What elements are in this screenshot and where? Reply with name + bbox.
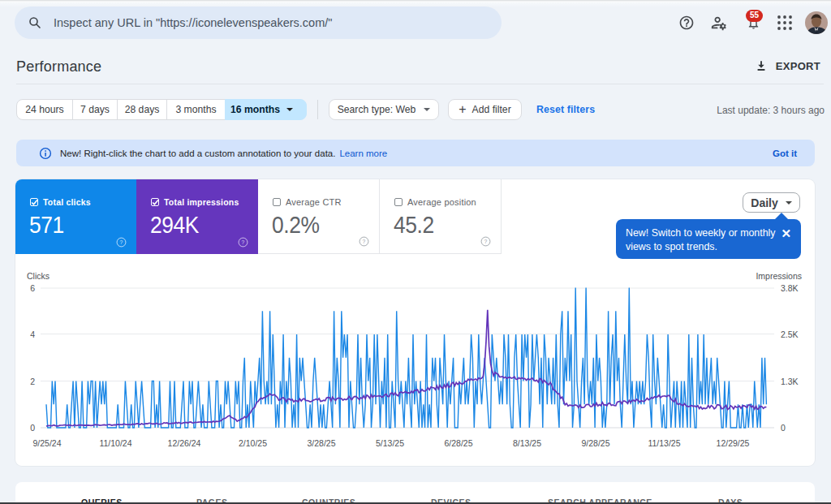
svg-text:?: ?: [484, 238, 488, 243]
svg-text:6: 6: [30, 283, 35, 293]
svg-text:9/28/25: 9/28/25: [581, 438, 609, 448]
svg-text:8/13/25: 8/13/25: [513, 438, 541, 448]
svg-text:1.3K: 1.3K: [781, 377, 799, 386]
svg-text:?: ?: [363, 238, 366, 243]
svg-text:2/10/25: 2/10/25: [239, 438, 267, 448]
svg-text:2: 2: [30, 377, 35, 386]
svg-text:5/13/25: 5/13/25: [376, 438, 404, 448]
svg-text:9/25/24: 9/25/24: [32, 438, 61, 448]
svg-text:0: 0: [781, 423, 786, 433]
svg-text:3/28/25: 3/28/25: [307, 438, 335, 448]
svg-text:12/29/25: 12/29/25: [717, 438, 750, 448]
svg-text:12/26/24: 12/26/24: [168, 438, 201, 448]
svg-text:?: ?: [242, 239, 245, 244]
svg-text:11/13/25: 11/13/25: [648, 438, 680, 448]
svg-text:4: 4: [30, 330, 35, 339]
svg-text:3.8K: 3.8K: [781, 283, 799, 293]
svg-text:2.5K: 2.5K: [781, 330, 799, 339]
svg-text:11/10/24: 11/10/24: [99, 438, 131, 448]
svg-text:?: ?: [120, 239, 123, 244]
svg-text:0: 0: [30, 423, 35, 433]
svg-text:Impressions: Impressions: [756, 271, 802, 281]
svg-text:Clicks: Clicks: [27, 271, 50, 281]
svg-text:6/28/25: 6/28/25: [444, 438, 472, 448]
